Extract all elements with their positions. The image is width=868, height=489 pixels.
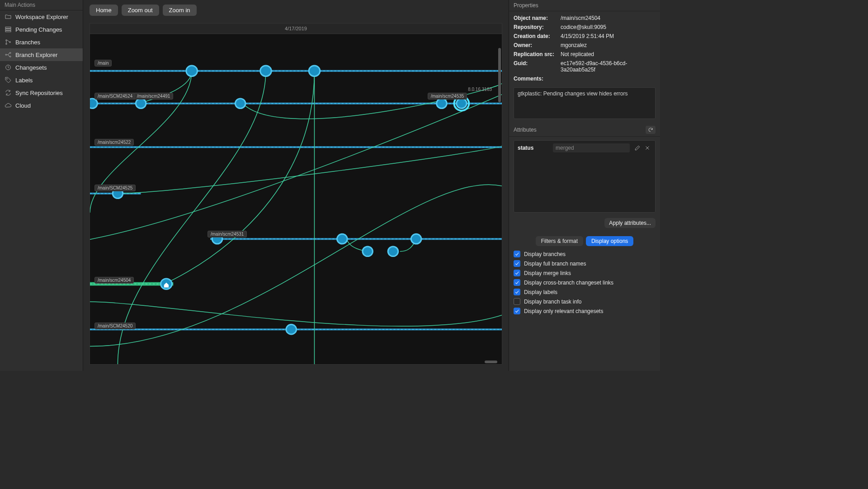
- svg-point-3: [6, 40, 7, 41]
- branch-graph-canvas[interactable]: 4/17/2019 .trk{stroke:#2c8fbd;stroke-wid…: [90, 23, 502, 365]
- prop-comments-label: Comments:: [514, 76, 561, 82]
- prop-guid: ec17e592-d9ac-4536-b6cd-3a20aab5a25f: [561, 60, 656, 73]
- branch-tag[interactable]: /main: [94, 60, 112, 66]
- sidebar-item-label: Branches: [15, 39, 40, 46]
- sidebar-item-pending-changes[interactable]: Pending Changes: [0, 23, 83, 36]
- svg-point-30: [136, 99, 146, 109]
- prop-replication-label: Replication src:: [514, 51, 561, 57]
- branch-tag[interactable]: /main/scm24491: [134, 93, 173, 100]
- changesets-icon: [5, 64, 12, 71]
- checkbox[interactable]: [514, 260, 520, 267]
- edit-icon[interactable]: [633, 144, 642, 152]
- sidebar-item-labels[interactable]: Labels: [0, 74, 83, 86]
- horizontal-scrollbar[interactable]: [485, 361, 497, 363]
- home-button[interactable]: Home: [90, 5, 118, 16]
- branch-tag[interactable]: /main/scm24531: [208, 231, 247, 237]
- svg-point-36: [337, 234, 348, 244]
- sidebar-item-cloud[interactable]: Cloud: [0, 99, 83, 112]
- attribute-name: status: [518, 145, 549, 151]
- tab-filters-format[interactable]: Filters & format: [536, 236, 583, 246]
- attribute-value-input[interactable]: [553, 143, 630, 152]
- checkbox[interactable]: [514, 289, 520, 295]
- prop-repository: codice@skull:9095: [561, 24, 656, 30]
- svg-rect-2: [5, 31, 11, 32]
- display-option-label: Display full branch names: [524, 261, 586, 267]
- sidebar-item-changesets[interactable]: Changesets: [0, 61, 83, 74]
- svg-point-6: [5, 54, 7, 56]
- display-option[interactable]: Display branches: [514, 251, 656, 257]
- attributes-list: status: [514, 140, 656, 213]
- svg-point-4: [6, 43, 7, 45]
- folder-icon: [5, 13, 12, 20]
- display-option[interactable]: Display only relevant changesets: [514, 308, 656, 314]
- sidebar-item-branch-explorer[interactable]: Branch Explorer: [0, 48, 83, 61]
- sidebar-item-workspace-explorer[interactable]: Workspace Explorer: [0, 10, 83, 23]
- svg-rect-1: [5, 29, 11, 30]
- display-option[interactable]: Display merge links: [514, 270, 656, 276]
- svg-point-28: [309, 66, 320, 76]
- svg-point-40: [286, 324, 297, 334]
- close-icon[interactable]: [643, 144, 651, 152]
- prop-object-name-label: Object name:: [514, 15, 561, 21]
- svg-point-8: [9, 56, 11, 57]
- svg-point-39: [388, 247, 398, 256]
- zoom-out-button[interactable]: Zoom out: [122, 5, 159, 16]
- branch-tag[interactable]: /main/scm24535: [428, 93, 467, 100]
- sidebar-item-label: Sync Repositories: [15, 90, 63, 96]
- vertical-scrollbar[interactable]: [498, 48, 501, 102]
- display-option-label: Display branches: [524, 251, 566, 257]
- sidebar-item-branches[interactable]: Branches: [0, 36, 83, 48]
- canvas-date: 4/17/2019: [90, 24, 502, 34]
- branch-tag[interactable]: /main/scm24522: [94, 139, 134, 146]
- checkbox[interactable]: [514, 279, 520, 286]
- pending-icon: [5, 26, 12, 33]
- sidebar-item-label: Workspace Explorer: [15, 14, 68, 20]
- prop-replication: Not replicated: [561, 51, 656, 57]
- svg-point-38: [363, 247, 373, 256]
- branch-tag[interactable]: /main/SCM24520: [94, 323, 136, 329]
- properties-header: Properties: [509, 0, 660, 11]
- properties-grid: Object name: /main/scm24504 Repository: …: [509, 11, 660, 85]
- comments-box[interactable]: gtkplastic: Pending changes view hides e…: [514, 87, 656, 119]
- cloud-icon: [5, 102, 12, 109]
- branch-tag[interactable]: /main/SCM24525: [94, 185, 136, 191]
- right-panel: Properties Object name: /main/scm24504 R…: [509, 0, 660, 371]
- branch-explorer-icon: [5, 51, 12, 58]
- svg-point-37: [411, 234, 421, 244]
- checkbox[interactable]: [514, 251, 520, 257]
- display-option-label: Display branch task info: [524, 299, 581, 305]
- svg-point-7: [9, 52, 11, 54]
- svg-point-5: [9, 42, 11, 43]
- display-option[interactable]: Display branch task info: [514, 298, 656, 305]
- prop-repository-label: Repository:: [514, 24, 561, 30]
- checkbox[interactable]: [514, 298, 520, 305]
- svg-point-10: [6, 78, 7, 79]
- sync-icon: [5, 89, 12, 96]
- display-option[interactable]: Display cross-branch changeset links: [514, 279, 656, 286]
- display-option[interactable]: Display labels: [514, 289, 656, 295]
- attributes-refresh-button[interactable]: [646, 126, 656, 134]
- checkbox[interactable]: [514, 270, 520, 276]
- prop-object-name: /main/scm24504: [561, 15, 656, 21]
- prop-creation-label: Creation date:: [514, 33, 561, 39]
- sidebar-item-label: Pending Changes: [15, 26, 62, 33]
- branch-tag[interactable]: /main/SCM24524: [94, 93, 136, 100]
- display-option-label: Display cross-branch changeset links: [524, 280, 613, 286]
- display-option[interactable]: Display full branch names: [514, 260, 656, 267]
- attributes-header: Attributes: [509, 123, 660, 137]
- svg-point-32: [437, 99, 447, 109]
- sidebar-item-sync-repositories[interactable]: Sync Repositories: [0, 86, 83, 99]
- prop-guid-label: Guid:: [514, 60, 561, 73]
- svg-point-33: [457, 99, 467, 109]
- prop-owner-label: Owner:: [514, 42, 561, 48]
- svg-point-31: [235, 99, 245, 109]
- sidebar: Main Actions Workspace ExplorerPending C…: [0, 0, 83, 371]
- sidebar-item-label: Labels: [15, 77, 33, 84]
- tab-display-options[interactable]: Display options: [586, 236, 633, 246]
- checkbox[interactable]: [514, 308, 520, 314]
- svg-rect-0: [5, 27, 11, 28]
- display-option-label: Display labels: [524, 289, 557, 295]
- zoom-in-button[interactable]: Zoom in: [163, 5, 197, 16]
- branch-tag[interactable]: /main/scm24504: [94, 277, 134, 284]
- apply-attributes-button[interactable]: Apply attributes...: [604, 218, 656, 228]
